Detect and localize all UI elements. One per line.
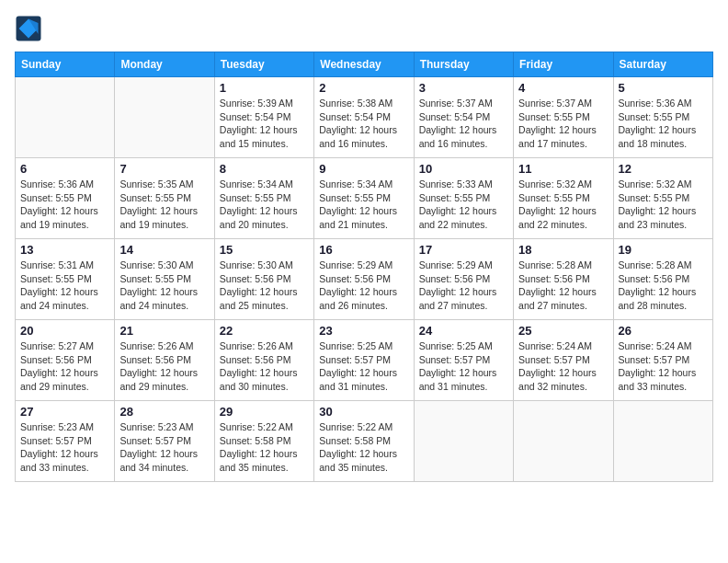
day-number: 14 [119,243,209,257]
day-number: 17 [419,243,508,257]
calendar-cell: 13Sunrise: 5:31 AM Sunset: 5:55 PM Dayli… [16,239,115,320]
day-number: 2 [319,81,408,95]
day-info: Sunrise: 5:36 AM Sunset: 5:55 PM Dayligh… [20,178,109,232]
day-number: 13 [20,243,109,257]
calendar-cell [613,401,712,482]
calendar-cell [16,77,115,158]
day-info: Sunrise: 5:33 AM Sunset: 5:55 PM Dayligh… [419,178,508,232]
day-info: Sunrise: 5:25 AM Sunset: 5:57 PM Dayligh… [419,339,508,394]
day-info: Sunrise: 5:29 AM Sunset: 5:56 PM Dayligh… [319,259,408,313]
day-number: 15 [220,243,309,257]
calendar-cell: 5Sunrise: 5:36 AM Sunset: 5:55 PM Daylig… [613,77,712,158]
day-number: 7 [119,162,209,176]
calendar-cell [414,401,513,482]
calendar-cell: 24Sunrise: 5:25 AM Sunset: 5:57 PM Dayli… [414,320,513,401]
week-row-2: 6Sunrise: 5:36 AM Sunset: 5:55 PM Daylig… [16,158,713,239]
day-info: Sunrise: 5:26 AM Sunset: 5:56 PM Dayligh… [119,339,209,394]
weekday-header-sunday: Sunday [16,52,115,77]
weekday-header-friday: Friday [514,52,613,77]
week-row-4: 20Sunrise: 5:27 AM Sunset: 5:56 PM Dayli… [16,320,713,401]
day-info: Sunrise: 5:37 AM Sunset: 5:54 PM Dayligh… [419,97,508,151]
day-number: 27 [20,405,109,419]
logo-icon [15,15,42,42]
calendar-cell: 22Sunrise: 5:26 AM Sunset: 5:56 PM Dayli… [214,320,313,401]
day-number: 16 [319,243,408,257]
calendar-cell: 6Sunrise: 5:36 AM Sunset: 5:55 PM Daylig… [16,158,115,239]
calendar-cell: 17Sunrise: 5:29 AM Sunset: 5:56 PM Dayli… [414,239,513,320]
week-row-5: 27Sunrise: 5:23 AM Sunset: 5:57 PM Dayli… [16,401,713,482]
day-info: Sunrise: 5:31 AM Sunset: 5:55 PM Dayligh… [20,259,109,313]
day-number: 24 [419,324,508,338]
day-number: 21 [119,324,209,338]
weekday-header-saturday: Saturday [613,52,712,77]
calendar-cell: 29Sunrise: 5:22 AM Sunset: 5:58 PM Dayli… [214,401,313,482]
calendar-cell: 27Sunrise: 5:23 AM Sunset: 5:57 PM Dayli… [16,401,115,482]
calendar-cell: 10Sunrise: 5:33 AM Sunset: 5:55 PM Dayli… [414,158,513,239]
day-info: Sunrise: 5:32 AM Sunset: 5:55 PM Dayligh… [619,178,708,232]
day-number: 22 [220,324,309,338]
calendar-cell: 7Sunrise: 5:35 AM Sunset: 5:55 PM Daylig… [115,158,214,239]
day-info: Sunrise: 5:30 AM Sunset: 5:56 PM Dayligh… [220,259,309,313]
day-info: Sunrise: 5:36 AM Sunset: 5:55 PM Dayligh… [619,97,708,151]
day-info: Sunrise: 5:30 AM Sunset: 5:55 PM Dayligh… [119,259,209,313]
day-number: 5 [619,81,708,95]
day-info: Sunrise: 5:23 AM Sunset: 5:57 PM Dayligh… [119,420,209,475]
calendar-cell: 16Sunrise: 5:29 AM Sunset: 5:56 PM Dayli… [314,239,414,320]
week-row-3: 13Sunrise: 5:31 AM Sunset: 5:55 PM Dayli… [16,239,713,320]
day-number: 19 [619,243,708,257]
day-info: Sunrise: 5:22 AM Sunset: 5:58 PM Dayligh… [220,420,309,475]
day-info: Sunrise: 5:24 AM Sunset: 5:57 PM Dayligh… [518,339,608,394]
day-number: 30 [319,405,408,419]
calendar-cell: 20Sunrise: 5:27 AM Sunset: 5:56 PM Dayli… [16,320,115,401]
calendar-cell [514,401,613,482]
calendar-cell: 30Sunrise: 5:22 AM Sunset: 5:58 PM Dayli… [314,401,414,482]
day-number: 6 [20,162,109,176]
day-number: 20 [20,324,109,338]
calendar-cell: 11Sunrise: 5:32 AM Sunset: 5:55 PM Dayli… [514,158,613,239]
weekday-header-row: SundayMondayTuesdayWednesdayThursdayFrid… [16,52,713,77]
calendar-cell: 4Sunrise: 5:37 AM Sunset: 5:55 PM Daylig… [514,77,613,158]
day-info: Sunrise: 5:37 AM Sunset: 5:55 PM Dayligh… [518,97,608,151]
day-info: Sunrise: 5:32 AM Sunset: 5:55 PM Dayligh… [518,178,608,232]
calendar-cell: 26Sunrise: 5:24 AM Sunset: 5:57 PM Dayli… [613,320,712,401]
day-info: Sunrise: 5:28 AM Sunset: 5:56 PM Dayligh… [619,259,708,313]
calendar-cell: 19Sunrise: 5:28 AM Sunset: 5:56 PM Dayli… [613,239,712,320]
day-number: 9 [319,162,408,176]
day-number: 3 [419,81,508,95]
day-info: Sunrise: 5:35 AM Sunset: 5:55 PM Dayligh… [119,178,209,232]
day-number: 23 [319,324,408,338]
calendar-cell: 21Sunrise: 5:26 AM Sunset: 5:56 PM Dayli… [115,320,214,401]
calendar-cell: 23Sunrise: 5:25 AM Sunset: 5:57 PM Dayli… [314,320,414,401]
day-number: 10 [419,162,508,176]
day-number: 18 [518,243,608,257]
calendar-cell: 14Sunrise: 5:30 AM Sunset: 5:55 PM Dayli… [115,239,214,320]
day-info: Sunrise: 5:39 AM Sunset: 5:54 PM Dayligh… [220,97,309,151]
day-info: Sunrise: 5:34 AM Sunset: 5:55 PM Dayligh… [220,178,309,232]
calendar-cell: 2Sunrise: 5:38 AM Sunset: 5:54 PM Daylig… [314,77,414,158]
calendar-table: SundayMondayTuesdayWednesdayThursdayFrid… [15,52,713,482]
calendar-cell: 9Sunrise: 5:34 AM Sunset: 5:55 PM Daylig… [314,158,414,239]
calendar-cell: 1Sunrise: 5:39 AM Sunset: 5:54 PM Daylig… [214,77,313,158]
calendar-cell: 18Sunrise: 5:28 AM Sunset: 5:56 PM Dayli… [514,239,613,320]
page-header [15,15,713,42]
day-info: Sunrise: 5:26 AM Sunset: 5:56 PM Dayligh… [220,339,309,394]
day-number: 1 [220,81,309,95]
calendar-cell: 28Sunrise: 5:23 AM Sunset: 5:57 PM Dayli… [115,401,214,482]
week-row-1: 1Sunrise: 5:39 AM Sunset: 5:54 PM Daylig… [16,77,713,158]
day-info: Sunrise: 5:29 AM Sunset: 5:56 PM Dayligh… [419,259,508,313]
day-info: Sunrise: 5:25 AM Sunset: 5:57 PM Dayligh… [319,339,408,394]
calendar-cell: 25Sunrise: 5:24 AM Sunset: 5:57 PM Dayli… [514,320,613,401]
day-info: Sunrise: 5:28 AM Sunset: 5:56 PM Dayligh… [518,259,608,313]
weekday-header-wednesday: Wednesday [314,52,414,77]
day-number: 25 [518,324,608,338]
calendar-cell: 15Sunrise: 5:30 AM Sunset: 5:56 PM Dayli… [214,239,313,320]
day-number: 29 [220,405,309,419]
day-number: 26 [619,324,708,338]
day-number: 8 [220,162,309,176]
calendar-cell: 12Sunrise: 5:32 AM Sunset: 5:55 PM Dayli… [613,158,712,239]
day-info: Sunrise: 5:34 AM Sunset: 5:55 PM Dayligh… [319,178,408,232]
day-number: 12 [619,162,708,176]
logo [15,15,46,42]
day-info: Sunrise: 5:38 AM Sunset: 5:54 PM Dayligh… [319,97,408,151]
weekday-header-thursday: Thursday [414,52,513,77]
